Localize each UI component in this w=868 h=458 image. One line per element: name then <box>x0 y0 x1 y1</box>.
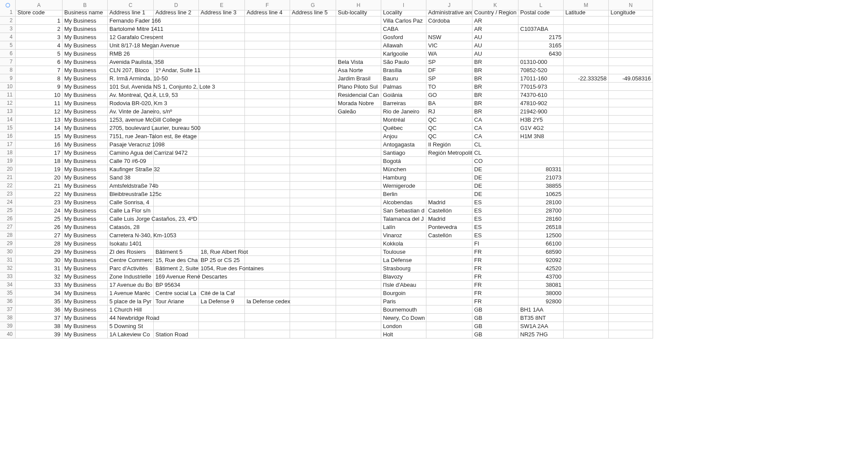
cell[interactable] <box>564 322 609 330</box>
cell[interactable]: My Business <box>63 330 108 339</box>
cell[interactable] <box>426 239 472 248</box>
cell[interactable]: Cité de la Caf <box>199 289 245 297</box>
cell[interactable] <box>426 182 472 190</box>
cell[interactable]: 1054, Rue des Fontaines <box>199 264 245 272</box>
cell[interactable] <box>426 157 472 165</box>
row-header[interactable]: 15 <box>0 124 16 132</box>
cell[interactable] <box>564 33 609 41</box>
cell[interactable]: 15, Rue des Cha <box>154 256 199 264</box>
row-header[interactable]: 27 <box>0 223 16 231</box>
row-header[interactable]: 29 <box>0 239 16 248</box>
cell[interactable] <box>336 322 381 330</box>
cell[interactable]: H1M 3N8 <box>518 132 564 140</box>
cell[interactable]: Barreiras <box>381 99 426 107</box>
cell[interactable]: 2 <box>16 25 63 33</box>
cell[interactable] <box>564 140 609 149</box>
cell[interactable] <box>199 17 245 25</box>
cell[interactable] <box>518 157 564 165</box>
cell[interactable]: SP <box>426 58 472 66</box>
cell[interactable] <box>564 239 609 248</box>
cell[interactable]: DF <box>426 66 472 74</box>
cell[interactable]: 30 <box>16 256 63 264</box>
cell[interactable] <box>564 149 609 157</box>
cell[interactable]: 01310-000 <box>518 58 564 66</box>
cell[interactable]: Bâtiment 5 <box>154 248 199 256</box>
cell[interactable]: WA <box>426 50 472 58</box>
cell[interactable] <box>564 25 609 33</box>
cell[interactable]: 29 <box>16 248 63 256</box>
cell[interactable]: CABA <box>381 25 426 33</box>
cell[interactable] <box>199 116 245 124</box>
cell[interactable]: My Business <box>63 215 108 223</box>
cell[interactable] <box>245 173 290 182</box>
cell[interactable] <box>336 289 381 297</box>
cell[interactable]: ZI des Rosiers <box>108 248 154 256</box>
cell[interactable] <box>609 248 653 256</box>
cell[interactable]: Country / Region <box>472 8 518 17</box>
cell[interactable] <box>336 297 381 305</box>
cell[interactable]: 38081 <box>518 281 564 289</box>
cell[interactable]: My Business <box>63 99 108 107</box>
cell[interactable]: 7151, rue Jean-Talon est, 8e étage <box>108 132 154 140</box>
cell[interactable] <box>199 107 245 116</box>
cell[interactable]: 70852-520 <box>518 66 564 74</box>
cell[interactable]: Calle 70 #6-09 <box>108 157 154 165</box>
cell[interactable] <box>245 182 290 190</box>
cell[interactable]: 32 <box>16 272 63 281</box>
cell[interactable] <box>336 173 381 182</box>
cell[interactable]: 77015-973 <box>518 83 564 91</box>
cell[interactable]: 28700 <box>518 206 564 215</box>
cell[interactable] <box>336 248 381 256</box>
cell[interactable]: BR <box>472 58 518 66</box>
cell[interactable]: 34 <box>16 289 63 297</box>
cell[interactable]: 15 <box>16 132 63 140</box>
cell[interactable] <box>245 322 290 330</box>
cell[interactable] <box>154 239 199 248</box>
cell[interactable]: 28100 <box>518 198 564 206</box>
cell[interactable]: DE <box>472 190 518 198</box>
cell[interactable]: Address line 1 <box>108 8 154 17</box>
cell[interactable] <box>290 66 336 74</box>
cell[interactable]: Calle Luis Jorge Castaños, 23, 4ºD <box>108 215 154 223</box>
cell[interactable]: Avenida Paulista, 358 <box>108 58 154 66</box>
cell[interactable]: San Sebastian d <box>381 206 426 215</box>
cell[interactable] <box>245 132 290 140</box>
cell[interactable]: DE <box>472 173 518 182</box>
cell[interactable] <box>199 330 245 339</box>
cell[interactable]: My Business <box>63 74 108 83</box>
cell[interactable] <box>245 66 290 74</box>
cell[interactable] <box>290 17 336 25</box>
cell[interactable]: My Business <box>63 116 108 124</box>
row-header[interactable]: 6 <box>0 50 16 58</box>
row-header[interactable]: 32 <box>0 264 16 272</box>
cell[interactable]: GB <box>472 330 518 339</box>
cell[interactable] <box>199 173 245 182</box>
cell[interactable]: 20 <box>16 173 63 182</box>
row-header[interactable]: 5 <box>0 41 16 50</box>
cell[interactable]: My Business <box>63 289 108 297</box>
cell[interactable]: BR <box>472 107 518 116</box>
cell[interactable] <box>290 50 336 58</box>
cell[interactable] <box>199 223 245 231</box>
cell[interactable]: Córdoba <box>426 17 472 25</box>
cell[interactable]: QC <box>426 132 472 140</box>
cell[interactable]: Madrid <box>426 198 472 206</box>
cell[interactable]: My Business <box>63 264 108 272</box>
cell[interactable]: My Business <box>63 314 108 322</box>
cell[interactable] <box>518 149 564 157</box>
cell[interactable] <box>154 157 199 165</box>
cell[interactable] <box>199 66 245 74</box>
cell[interactable]: 13 <box>16 116 63 124</box>
cell[interactable]: G1V 4G2 <box>518 124 564 132</box>
cell[interactable]: 66100 <box>518 239 564 248</box>
cell[interactable]: My Business <box>63 83 108 91</box>
cell[interactable] <box>426 297 472 305</box>
cell[interactable] <box>290 173 336 182</box>
cell[interactable] <box>199 50 245 58</box>
cell[interactable] <box>290 264 336 272</box>
cell[interactable]: La Defense 9 <box>199 297 245 305</box>
cell[interactable]: 92092 <box>518 256 564 264</box>
cell[interactable]: Santiago <box>381 149 426 157</box>
cell[interactable] <box>245 198 290 206</box>
cell[interactable] <box>336 231 381 239</box>
